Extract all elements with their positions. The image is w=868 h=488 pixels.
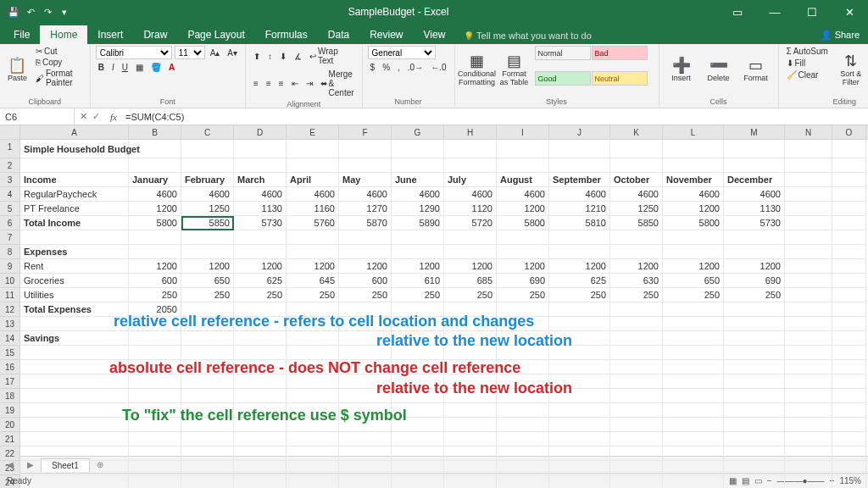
cell[interactable]: [234, 140, 287, 158]
cancel-formula-icon[interactable]: ✕: [80, 111, 87, 122]
cell[interactable]: [663, 245, 724, 259]
inc-dec-icon[interactable]: .0→: [405, 62, 426, 73]
cell[interactable]: [287, 346, 339, 360]
cell[interactable]: [287, 374, 339, 389]
style-good[interactable]: Good: [535, 71, 591, 86]
cell[interactable]: 1200: [549, 259, 610, 274]
cell[interactable]: [785, 202, 832, 216]
cell[interactable]: 1200: [724, 259, 785, 274]
cell[interactable]: [181, 446, 234, 461]
cell[interactable]: [287, 432, 339, 446]
cell[interactable]: 5730: [234, 216, 287, 230]
cell[interactable]: [129, 446, 181, 461]
cell[interactable]: [287, 158, 339, 173]
cell[interactable]: 2050: [129, 302, 181, 317]
border-button[interactable]: ▦: [133, 62, 146, 73]
cell[interactable]: [785, 475, 832, 488]
cell[interactable]: 1200: [497, 202, 549, 216]
row-header-5[interactable]: 5: [0, 202, 20, 216]
cell[interactable]: [392, 346, 444, 360]
cell[interactable]: 4600: [339, 187, 392, 202]
cell[interactable]: 4600: [444, 187, 497, 202]
delete-button[interactable]: ➖Delete: [702, 46, 736, 93]
cell[interactable]: [724, 245, 785, 259]
cell[interactable]: [339, 302, 392, 317]
cell[interactable]: [832, 302, 866, 317]
cell[interactable]: August: [497, 173, 549, 187]
row-header-21[interactable]: 21: [0, 432, 20, 446]
cell[interactable]: [785, 302, 832, 317]
cell[interactable]: [129, 418, 181, 432]
cell[interactable]: [663, 331, 724, 346]
cell[interactable]: 250: [497, 288, 549, 302]
cell[interactable]: [234, 158, 287, 173]
cell[interactable]: June: [392, 173, 444, 187]
save-icon[interactable]: 💾: [7, 7, 20, 18]
cell[interactable]: [549, 302, 610, 317]
cell[interactable]: September: [549, 173, 610, 187]
cell[interactable]: [832, 374, 866, 389]
cell[interactable]: [663, 317, 724, 331]
cell[interactable]: [832, 230, 866, 245]
worksheet-grid[interactable]: 1234567891011121314151617181920212223242…: [0, 125, 868, 456]
cell[interactable]: [339, 360, 392, 374]
formula-bar[interactable]: =SUM(C4:C5): [122, 112, 868, 122]
comma-icon[interactable]: ,: [395, 62, 403, 73]
cell[interactable]: [549, 245, 610, 259]
cell[interactable]: [129, 346, 181, 360]
cell[interactable]: 1200: [497, 259, 549, 274]
cell[interactable]: February: [181, 173, 234, 187]
col-header-B[interactable]: B: [129, 125, 181, 140]
cell[interactable]: 250: [392, 288, 444, 302]
cell[interactable]: [832, 245, 866, 259]
cell[interactable]: [339, 374, 392, 389]
cell[interactable]: 685: [444, 274, 497, 288]
cell[interactable]: [129, 230, 181, 245]
cell[interactable]: [610, 403, 663, 418]
col-header-L[interactable]: L: [663, 125, 724, 140]
cell[interactable]: [444, 360, 497, 374]
cell[interactable]: [663, 461, 724, 475]
cell[interactable]: [724, 475, 785, 488]
cell[interactable]: [549, 475, 610, 488]
cell[interactable]: [724, 331, 785, 346]
cell[interactable]: [392, 331, 444, 346]
cell[interactable]: 1200: [129, 259, 181, 274]
cell[interactable]: [549, 446, 610, 461]
cell[interactable]: [444, 446, 497, 461]
cell[interactable]: [444, 302, 497, 317]
tell-me[interactable]: Tell me what you want to do: [455, 27, 600, 44]
cell[interactable]: [832, 202, 866, 216]
cell[interactable]: [129, 158, 181, 173]
cell[interactable]: [444, 374, 497, 389]
cell[interactable]: [724, 446, 785, 461]
cell[interactable]: [785, 360, 832, 374]
format-painter-button[interactable]: 🖌 Format Painter: [33, 68, 85, 88]
cell[interactable]: [663, 475, 724, 488]
cell[interactable]: [444, 245, 497, 259]
cell[interactable]: [724, 317, 785, 331]
tab-insert[interactable]: Insert: [87, 25, 133, 44]
cell[interactable]: 5870: [339, 216, 392, 230]
sheet-nav-prev-icon[interactable]: ◀: [0, 460, 20, 469]
format-button[interactable]: ▭Format: [739, 46, 773, 93]
cell[interactable]: [497, 389, 549, 403]
row-header-22[interactable]: 22: [0, 446, 20, 461]
cell[interactable]: [444, 317, 497, 331]
enter-formula-icon[interactable]: ✓: [92, 111, 100, 122]
cell[interactable]: [339, 140, 392, 158]
cell[interactable]: 4600: [497, 187, 549, 202]
cell[interactable]: [392, 360, 444, 374]
cell[interactable]: 5800: [497, 216, 549, 230]
insert-button[interactable]: ➕Insert: [665, 46, 698, 93]
row-header-12[interactable]: 12: [0, 302, 20, 317]
cell[interactable]: Utilities: [20, 288, 129, 302]
cell[interactable]: [287, 140, 339, 158]
cell[interactable]: [610, 360, 663, 374]
cell[interactable]: [444, 432, 497, 446]
percent-icon[interactable]: %: [380, 62, 392, 73]
cell[interactable]: 250: [724, 288, 785, 302]
align-bot-icon[interactable]: ⬇: [277, 51, 289, 62]
cell[interactable]: [129, 461, 181, 475]
cell[interactable]: [392, 418, 444, 432]
